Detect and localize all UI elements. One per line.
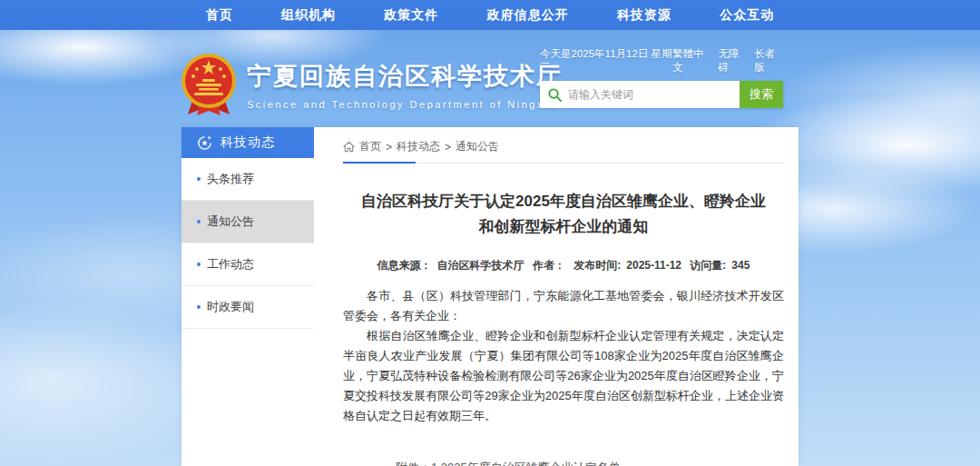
breadcrumb-home[interactable]: 首页 <box>359 139 381 154</box>
bullet-dot-icon <box>197 220 201 223</box>
nav-item-organization[interactable]: 组织机构 <box>281 7 336 24</box>
sidebar-item-label: 时政要闻 <box>207 299 254 315</box>
site-subtitle: Science and Technology Department of Nin… <box>247 99 563 110</box>
bullet-dot-icon <box>197 305 201 309</box>
link-elder-version[interactable]: 长者版 <box>754 47 783 74</box>
sidebar-item-headline-recommend[interactable]: 头条推荐 <box>181 158 314 201</box>
sidebar-item-work-trends[interactable]: 工作动态 <box>181 243 314 286</box>
search-input[interactable] <box>568 88 740 101</box>
nav-item-policy-documents[interactable]: 政策文件 <box>384 7 438 24</box>
site-title: 宁夏回族自治区科学技术厅 <box>247 60 563 93</box>
page-background: 首页 组织机构 政策文件 政府信息公开 科技资源 公众互动 宁夏回族自治区 <box>0 0 980 466</box>
sidebar: 科技动态 头条推荐 通知公告 工作动态 时政要闻 <box>181 127 314 466</box>
nav-item-home[interactable]: 首页 <box>206 7 233 24</box>
attachments-block: 附件： 1.2025年度自治区雏鹰企业认定名单 2.2025年度自治区瞪羚企业认… <box>396 457 784 466</box>
top-navigation-bar: 首页 组织机构 政策文件 政府信息公开 科技资源 公众互动 <box>0 0 980 30</box>
current-date-text: 今天是2025年11月12日 星期三 <box>540 47 672 74</box>
meta-time-value: 2025-11-12 <box>626 259 681 272</box>
national-emblem-logo <box>181 53 237 116</box>
sidebar-item-notices[interactable]: 通知公告 <box>181 201 314 243</box>
nav-item-public-interaction[interactable]: 公众互动 <box>720 7 774 24</box>
meta-views-label: 访问量: <box>690 259 726 272</box>
breadcrumb-separator: > <box>445 141 451 154</box>
article-paragraph: 各市、县（区）科技管理部门，宁东能源化工基地管委会，银川经济技术开发区管委会，各… <box>343 286 784 326</box>
nav-item-gov-info[interactable]: 政府信息公开 <box>487 7 569 24</box>
content-panel: 科技动态 头条推荐 通知公告 工作动态 时政要闻 <box>181 127 799 466</box>
sidebar-item-current-politics[interactable]: 时政要闻 <box>181 286 314 329</box>
main-article-area: 首页 > 科技动态 > 通知公告 自治区科技厅关于认定2025年度自治区雏鹰企业… <box>328 127 799 466</box>
bullet-dot-icon <box>197 263 201 266</box>
breadcrumb-sci-tech-news[interactable]: 科技动态 <box>397 139 440 154</box>
meta-time-label: 发布时间: <box>573 259 621 272</box>
sidebar-item-label: 头条推荐 <box>207 171 254 187</box>
bullet-dot-icon <box>197 177 201 181</box>
sidebar-item-label: 通知公告 <box>207 213 254 230</box>
breadcrumb: 首页 > 科技动态 > 通知公告 <box>343 127 784 164</box>
meta-source-value: 自治区科学技术厅 <box>437 259 524 272</box>
meta-source-label: 信息来源： <box>377 259 432 272</box>
article-meta: 信息来源：自治区科学技术厅 作者： 发布时间:2025-11-12 访问量:34… <box>343 258 784 273</box>
article-body: 各市、县（区）科技管理部门，宁东能源化工基地管委会，银川经济技术开发区管委会，各… <box>343 286 784 426</box>
article-title: 自治区科技厅关于认定2025年度自治区雏鹰企业、瞪羚企业 和创新型标杆企业的通知 <box>343 189 784 240</box>
breadcrumb-notices[interactable]: 通知公告 <box>456 139 499 154</box>
search-button[interactable]: 搜索 <box>740 81 783 108</box>
meta-author-label: 作者： <box>533 259 565 272</box>
meta-views-value: 345 <box>731 259 750 272</box>
attachment-link-eagle-list[interactable]: 1.2025年度自治区雏鹰企业认定名单 <box>431 457 656 466</box>
search-box <box>540 81 740 108</box>
article-paragraph: 根据自治区雏鹰企业、瞪羚企业和创新型标杆企业认定管理有关规定，决定认定半亩良人农… <box>343 326 784 426</box>
breadcrumb-separator: > <box>386 141 392 154</box>
link-traditional-chinese[interactable]: 繁體中文 <box>672 47 710 74</box>
star-circle-icon <box>197 135 212 151</box>
home-icon <box>343 141 355 153</box>
search-icon <box>548 88 562 102</box>
sidebar-header: 科技动态 <box>181 127 314 158</box>
sidebar-item-label: 工作动态 <box>207 256 254 273</box>
nav-item-sci-tech-resources[interactable]: 科技资源 <box>617 7 671 24</box>
attachments-label: 附件： <box>396 457 431 466</box>
sidebar-title: 科技动态 <box>220 134 275 151</box>
link-accessibility[interactable]: 无障碍 <box>718 47 747 74</box>
